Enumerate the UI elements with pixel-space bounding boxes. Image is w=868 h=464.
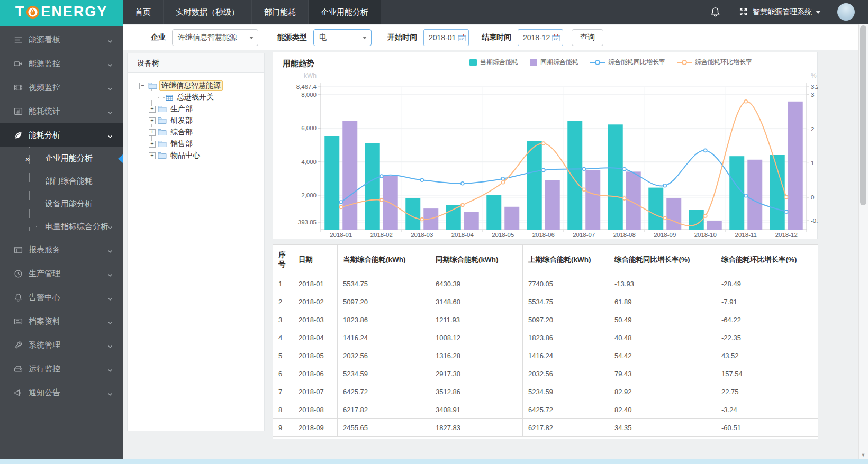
tree-node[interactable]: 生产部 <box>149 103 264 115</box>
svg-text:2018-03: 2018-03 <box>411 232 433 238</box>
table-cell: 2018-04 <box>293 329 338 347</box>
tree-node[interactable]: 研发部 <box>149 115 264 126</box>
svg-text:2018-02: 2018-02 <box>370 232 393 238</box>
tree-node-label[interactable]: 总进线开关 <box>175 93 215 102</box>
tree-node[interactable]: 许继信息智慧能源 <box>139 80 264 92</box>
svg-text:2018-07: 2018-07 <box>573 232 595 238</box>
svg-text:2018-09: 2018-09 <box>654 232 676 238</box>
tree-node-label[interactable]: 综合部 <box>169 128 194 137</box>
sidebar-item[interactable]: 能源看板 <box>0 28 123 52</box>
svg-text:2018-10: 2018-10 <box>694 232 717 238</box>
company-select[interactable]: 许继信息智慧能源 <box>172 29 258 46</box>
table-cell: 22.75 <box>716 383 818 401</box>
sidebar-subitem-label: 电量指标综合分析 <box>45 222 108 232</box>
nav-tab-3[interactable]: 部门能耗 <box>252 0 309 24</box>
user-avatar[interactable] <box>837 3 855 21</box>
table-row: 72018-076425.723512.865234.5982.9222.75 <box>273 383 818 401</box>
table-cell: 1416.24 <box>523 347 609 365</box>
expand-toggle[interactable] <box>149 106 156 113</box>
tree-node[interactable]: 销售部 <box>149 138 264 150</box>
sidebar-item[interactable]: 能耗分析 <box>0 123 123 147</box>
table-cell: 5534.75 <box>523 293 609 311</box>
calendar-icon[interactable] <box>552 34 560 42</box>
expand-toggle[interactable] <box>149 152 156 159</box>
table-cell: 2018-08 <box>293 401 338 419</box>
chart-plot-area[interactable]: 393.852,0004,0006,0008,0008,467.4-0.6801… <box>273 52 818 240</box>
svg-text:kWh: kWh <box>304 72 317 79</box>
sidebar-subitem[interactable]: 部门综合能耗 <box>0 170 123 193</box>
table-cell: 2032.56 <box>338 347 430 365</box>
sidebar-subitem[interactable]: 电量指标综合分析 <box>0 215 123 238</box>
chevron-down-icon <box>107 86 113 92</box>
energy-type-select[interactable]: 电 <box>313 29 372 46</box>
table-cell: 6425.72 <box>523 401 609 419</box>
chevron-down-icon <box>107 391 113 397</box>
notification-bell-icon[interactable] <box>710 0 720 24</box>
sidebar-subitem[interactable]: 设备用能分析 <box>0 193 123 215</box>
tree-node-label[interactable]: 研发部 <box>169 116 194 125</box>
end-date-input[interactable]: 2018-12 <box>518 29 563 46</box>
sidebar-item[interactable]: 运行监控 <box>0 357 123 381</box>
sidebar-item[interactable]: 能耗统计 <box>0 99 123 123</box>
expand-toggle[interactable] <box>149 129 156 136</box>
active-arrows-icon: » <box>25 154 30 163</box>
scrollbar-thumb[interactable] <box>860 25 866 205</box>
nav-tab-2[interactable]: 实时数据（秒级） <box>164 0 252 24</box>
energy-data-table: 序号日期当期综合能耗(kWh)同期综合能耗(kWh)上期综合能耗(kWh)综合能… <box>273 244 818 437</box>
sidebar-item[interactable]: 能源监控 <box>0 52 123 76</box>
table-cell: 6425.72 <box>338 383 430 401</box>
tree-node[interactable]: 综合部 <box>149 126 264 138</box>
table-cell: 82.92 <box>609 383 716 401</box>
vertical-scrollbar[interactable]: ▼ <box>858 24 868 459</box>
sidebar-item-label: 能源监控 <box>29 59 60 69</box>
company-select-value: 许继信息智慧能源 <box>178 33 237 42</box>
chevron-down-icon <box>107 38 113 44</box>
tree-node[interactable]: 总进线开关 <box>158 92 264 103</box>
table-cell: 6430.39 <box>430 275 523 293</box>
scrollbar-down-arrow[interactable]: ▼ <box>859 452 867 458</box>
chevron-down-icon <box>107 320 113 326</box>
sidebar-item[interactable]: 通知公告 <box>0 381 123 405</box>
calendar-icon[interactable] <box>458 34 466 42</box>
table-cell: 1827.83 <box>430 419 523 437</box>
top-nav: 首页实时数据（秒级）部门能耗企业用能分析 <box>123 0 381 24</box>
expand-toggle[interactable] <box>149 117 156 124</box>
system-name-menu[interactable]: 智慧能源管理系统 <box>753 0 821 24</box>
table-cell: 1823.86 <box>523 329 609 347</box>
sidebar-item[interactable]: 生产管理 <box>0 262 123 286</box>
report-icon <box>14 245 23 254</box>
tree-node[interactable]: 物品中心 <box>149 150 264 161</box>
horizontal-scrollbar[interactable] <box>0 459 868 464</box>
table-cell: -28.49 <box>716 275 818 293</box>
sidebar-item[interactable]: 告警中心 <box>0 286 123 310</box>
table-cell: 34.35 <box>609 419 716 437</box>
table-cell: 5234.59 <box>523 383 609 401</box>
nav-tab-4[interactable]: 企业用能分析 <box>309 0 381 24</box>
table-cell: 2018-06 <box>293 365 338 383</box>
svg-text:8,467.4: 8,467.4 <box>296 84 317 90</box>
folder-icon <box>158 140 167 148</box>
fullscreen-icon[interactable] <box>739 0 748 24</box>
sidebar-item[interactable]: 档案资料 <box>0 310 123 333</box>
energy-type-select-value: 电 <box>319 33 327 42</box>
tree-node-label[interactable]: 销售部 <box>169 139 194 149</box>
sidebar-item[interactable]: 视频监控 <box>0 76 123 99</box>
tree-node-label[interactable]: 生产部 <box>169 104 194 114</box>
sidebar-subitem[interactable]: »企业用能分析 <box>0 147 123 170</box>
sidebar-item[interactable]: 报表服务 <box>0 238 123 262</box>
start-date-input[interactable]: 2018-01 <box>423 29 469 46</box>
sidebar-item[interactable]: 系统管理 <box>0 333 123 357</box>
start-date-value: 2018-01 <box>429 33 456 42</box>
tree-node-label[interactable]: 许继信息智慧能源 <box>159 80 223 91</box>
table-cell: 8 <box>273 401 293 419</box>
tree-node-label[interactable]: 物品中心 <box>169 151 202 160</box>
collapse-toggle[interactable] <box>139 83 146 89</box>
table-cell: 2018-01 <box>293 275 338 293</box>
expand-toggle[interactable] <box>149 141 156 148</box>
svg-text:1: 1 <box>811 160 814 166</box>
main-content: 企业 许继信息智慧能源 能源类型 电 开始时间 2018-01 结束时间 201… <box>123 24 859 459</box>
query-button[interactable]: 查询 <box>572 29 603 46</box>
svg-text:2018-11: 2018-11 <box>735 232 757 238</box>
nav-tab-1[interactable]: 首页 <box>123 0 164 24</box>
table-cell: 82.40 <box>609 401 716 419</box>
